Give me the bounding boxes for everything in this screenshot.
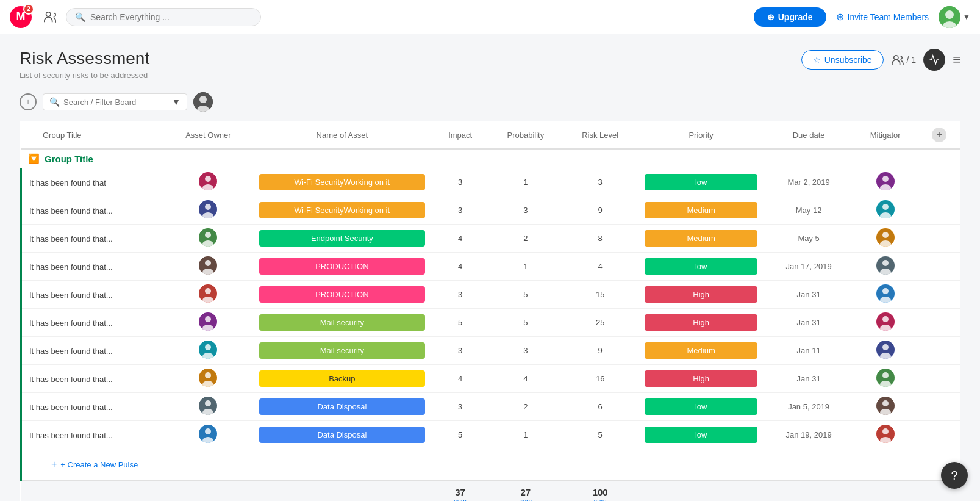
- filter-search-bar[interactable]: 🔍 ▼: [43, 93, 187, 110]
- asset-name-cell[interactable]: Backup: [252, 365, 432, 393]
- probability-cell: 5: [488, 309, 563, 337]
- asset-owner-cell[interactable]: [165, 393, 252, 421]
- priority-cell[interactable]: low: [637, 393, 765, 421]
- help-button[interactable]: ?: [941, 462, 968, 489]
- asset-owner-cell[interactable]: [165, 253, 252, 281]
- impact-cell: 3: [432, 393, 488, 421]
- menu-button[interactable]: ≡: [953, 52, 960, 68]
- impact-cell: 3: [432, 196, 488, 225]
- create-pulse-label: + Create a New Pulse: [60, 460, 138, 469]
- col-mitigator: Mitigator: [853, 121, 918, 149]
- people-icon[interactable]: [39, 6, 61, 28]
- asset-owner-cell[interactable]: [165, 281, 252, 309]
- activity-button[interactable]: [923, 49, 945, 71]
- priority-cell[interactable]: low: [637, 253, 765, 281]
- search-icon: 🔍: [75, 12, 85, 22]
- asset-name-cell[interactable]: PRODUCTION: [252, 281, 432, 309]
- filter-input-field[interactable]: [63, 98, 166, 107]
- col-name-of-asset: Name of Asset: [252, 121, 432, 149]
- create-pulse-row[interactable]: + + Create a New Pulse: [21, 449, 960, 481]
- col-impact: Impact: [432, 121, 488, 149]
- asset-pill: Backup: [259, 370, 425, 387]
- priority-cell[interactable]: High: [637, 281, 765, 309]
- table-row: It has been found that... Wi-Fi Security…: [21, 196, 960, 225]
- svg-point-66: [882, 428, 889, 434]
- notification-badge: 2: [23, 4, 34, 15]
- asset-owner-cell[interactable]: [165, 365, 252, 393]
- mitigator-cell[interactable]: [853, 365, 918, 393]
- priority-cell[interactable]: Medium: [637, 337, 765, 365]
- search-input[interactable]: [90, 12, 252, 22]
- mitigator-cell[interactable]: [853, 225, 918, 253]
- priority-cell[interactable]: Medium: [637, 196, 765, 225]
- priority-cell[interactable]: Medium: [637, 225, 765, 253]
- filter-avatar[interactable]: [193, 92, 213, 112]
- asset-owner-cell[interactable]: [165, 225, 252, 253]
- asset-name-cell[interactable]: Wi-Fi SecurityWorking on it: [252, 196, 432, 225]
- risk-level-cell: 6: [563, 393, 637, 421]
- risk-level-cell: 15: [563, 281, 637, 309]
- mitigator-cell[interactable]: [853, 253, 918, 281]
- asset-name-cell[interactable]: PRODUCTION: [252, 253, 432, 281]
- priority-cell[interactable]: low: [637, 168, 765, 196]
- svg-point-54: [882, 372, 889, 378]
- global-search-bar[interactable]: 🔍: [66, 8, 261, 26]
- app-logo[interactable]: M 2: [10, 6, 32, 28]
- asset-owner-cell[interactable]: [165, 168, 252, 196]
- mitigator-cell[interactable]: [853, 309, 918, 337]
- invite-team-button[interactable]: ⊕ Invite Team Members: [836, 11, 929, 23]
- upgrade-button[interactable]: ⊕ Upgrade: [754, 7, 826, 27]
- mitigator-cell[interactable]: [853, 421, 918, 449]
- asset-name-cell[interactable]: Endpoint Security: [252, 225, 432, 253]
- risk-level-cell: 4: [563, 253, 637, 281]
- row-label: It has been found that...: [29, 234, 113, 243]
- info-button[interactable]: i: [20, 93, 37, 110]
- mitigator-cell[interactable]: [853, 393, 918, 421]
- priority-pill: High: [645, 286, 757, 303]
- due-date-cell: May 12: [765, 196, 853, 225]
- create-pulse-button[interactable]: + + Create a New Pulse: [29, 453, 953, 476]
- row-label: It has been found that...: [29, 262, 113, 272]
- board-toolbar: i 🔍 ▼: [20, 92, 960, 112]
- filter-dropdown-icon[interactable]: ▼: [172, 97, 181, 107]
- priority-cell[interactable]: low: [637, 421, 765, 449]
- priority-cell[interactable]: High: [637, 309, 765, 337]
- row-label-cell: It has been found that...: [21, 253, 165, 281]
- unsubscribe-button[interactable]: ☆ Unsubscribe: [801, 50, 884, 70]
- svg-point-48: [882, 344, 889, 350]
- risk-level-cell: 9: [563, 196, 637, 225]
- asset-name-cell[interactable]: Mail security: [252, 309, 432, 337]
- probability-cell: 1: [488, 421, 563, 449]
- mitigator-cell[interactable]: [853, 281, 918, 309]
- svg-point-45: [205, 344, 211, 350]
- svg-point-0: [46, 12, 51, 16]
- asset-owner-cell[interactable]: [165, 421, 252, 449]
- row-label-cell: It has been found that...: [21, 281, 165, 309]
- asset-owner-cell[interactable]: [165, 309, 252, 337]
- asset-name-cell[interactable]: Mail security: [252, 337, 432, 365]
- group-title[interactable]: 🔽 Group Title: [28, 153, 953, 164]
- asset-name-cell[interactable]: Wi-Fi SecurityWorking on it: [252, 168, 432, 196]
- asset-owner-cell[interactable]: [165, 196, 252, 225]
- col-group-title: Group Title: [21, 121, 165, 149]
- risk-level-cell: 8: [563, 225, 637, 253]
- mitigator-cell[interactable]: [853, 168, 918, 196]
- nav-chevron-icon[interactable]: ▼: [963, 13, 970, 21]
- mitigator-cell[interactable]: [853, 337, 918, 365]
- priority-pill: Medium: [645, 342, 757, 359]
- row-label: It has been found that...: [29, 319, 113, 328]
- mitigator-cell[interactable]: [853, 196, 918, 225]
- user-avatar[interactable]: [939, 6, 960, 28]
- svg-point-51: [205, 372, 211, 378]
- probability-sum-cell: 27 sum: [488, 480, 563, 501]
- asset-name-cell[interactable]: Data Disposal: [252, 421, 432, 449]
- svg-point-15: [205, 204, 211, 210]
- asset-owner-cell[interactable]: [165, 337, 252, 365]
- due-date-cell: Jan 17, 2019: [765, 253, 853, 281]
- priority-cell[interactable]: High: [637, 365, 765, 393]
- col-add[interactable]: +: [918, 121, 960, 149]
- members-button[interactable]: / 1: [891, 54, 917, 65]
- col-due-date: Due date: [765, 121, 853, 149]
- asset-name-cell[interactable]: Data Disposal: [252, 393, 432, 421]
- priority-pill: Medium: [645, 202, 757, 218]
